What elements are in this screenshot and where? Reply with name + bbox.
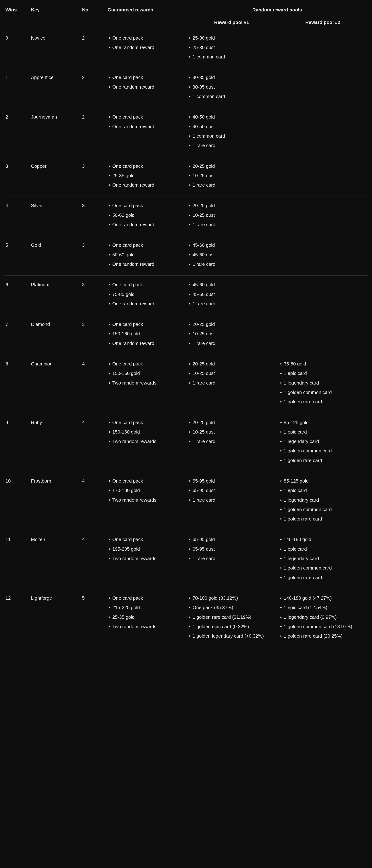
- list-item: Two random rewards: [108, 379, 184, 386]
- table-row: 9Ruby4One card pack150-160 goldTwo rando…: [4, 413, 368, 472]
- cell-pool1: 25-30 gold25-30 dust1 common card: [186, 29, 277, 68]
- cell-wins: 10: [4, 472, 29, 530]
- table-row: 5Gold3One card pack50-60 goldOne random …: [4, 236, 368, 276]
- list-item: 1 epic card: [279, 546, 367, 553]
- cell-wins: 9: [4, 413, 29, 472]
- list-item: Two random rewards: [108, 438, 184, 445]
- cell-guaranteed: One card pack195-205 goldTwo random rewa…: [106, 530, 186, 589]
- cell-pool1: 20-25 gold10-25 dust1 rare card: [186, 157, 277, 196]
- cell-key: Diamond: [29, 315, 80, 355]
- table-row: 3Copper3One card pack25-35 goldOne rando…: [4, 157, 368, 196]
- col-header-key: Key: [29, 4, 80, 29]
- list-item: One random reward: [108, 44, 184, 51]
- cell-pool1: 65-95 gold65-95 dust1 rare card: [186, 530, 277, 589]
- cell-pool1: 45-60 gold45-60 dust1 rare card: [186, 276, 277, 315]
- cell-pool2: 35-50 gold1 epic card1 legendary card1 g…: [277, 355, 368, 413]
- cell-wins: 7: [4, 315, 29, 355]
- list-item: 10-25 dust: [188, 428, 275, 436]
- cell-wins: 11: [4, 530, 29, 589]
- cell-guaranteed: One card packOne random reward: [106, 29, 186, 68]
- list-item: One random reward: [108, 300, 184, 307]
- list-item: 1 rare card: [188, 555, 275, 562]
- list-item: One card pack: [108, 34, 184, 41]
- list-item: 30-35 dust: [188, 83, 275, 91]
- col-header-random: Random reward pools: [186, 4, 368, 16]
- list-item: 20-25 gold: [188, 202, 275, 209]
- list-item: 25-30 dust: [188, 44, 275, 51]
- cell-no: 3: [80, 196, 106, 236]
- list-item: 40-50 gold: [188, 113, 275, 121]
- list-item: 30-35 gold: [188, 74, 275, 81]
- cell-guaranteed: One card packOne random reward: [106, 68, 186, 108]
- col-header-pool2: Reward pool #2: [277, 16, 368, 29]
- list-item: 50-60 gold: [108, 212, 184, 219]
- cell-no: 4: [80, 413, 106, 472]
- table-row: 6Platinum3One card pack75-85 goldOne ran…: [4, 276, 368, 315]
- cell-pool1: 20-25 gold10-25 dust1 rare card: [186, 413, 277, 472]
- list-item: 25-35 gold: [108, 614, 184, 621]
- cell-guaranteed: One card pack150-160 goldTwo random rewa…: [106, 413, 186, 472]
- list-item: One random reward: [108, 340, 184, 347]
- list-item: 45-60 dust: [188, 251, 275, 258]
- list-item: One random reward: [108, 221, 184, 228]
- list-item: 25-30 gold: [188, 34, 275, 41]
- list-item: Two random rewards: [108, 496, 184, 504]
- cell-pool2: 140-180 gold (47.27%)1 epic card (12.54%…: [277, 589, 368, 647]
- list-item: 1 golden legendary card (<0.32%): [188, 632, 275, 640]
- cell-key: Frostborn: [29, 472, 80, 530]
- list-item: 1 legendary card: [279, 438, 367, 445]
- cell-no: 3: [80, 236, 106, 276]
- cell-pool1: 20-25 gold10-25 dust1 rare card: [186, 315, 277, 355]
- cell-pool2: [277, 196, 368, 236]
- list-item: One card pack: [108, 242, 184, 249]
- list-item: One card pack: [108, 281, 184, 288]
- cell-no: 5: [80, 589, 106, 647]
- col-header-pool1: Reward pool #1: [186, 16, 277, 29]
- list-item: 20-25 gold: [188, 419, 275, 426]
- cell-pool1: 30-35 gold30-35 dust1 common card: [186, 68, 277, 108]
- list-item: 150-160 gold: [108, 330, 184, 337]
- reward-tier-table: Wins Key No. Guaranteed rewards Random r…: [4, 4, 368, 647]
- cell-guaranteed: One card pack215-225 gold25-35 goldTwo r…: [106, 589, 186, 647]
- cell-key: Lightforge: [29, 589, 80, 647]
- cell-no: 3: [80, 157, 106, 196]
- table-row: 2Journeyman2One card packOne random rewa…: [4, 108, 368, 157]
- list-item: 20-25 gold: [188, 321, 275, 328]
- list-item: 140-180 gold: [279, 536, 367, 543]
- list-item: 1 epic card (12.54%): [279, 604, 367, 611]
- table-row: 1Apprentice2One card packOne random rewa…: [4, 68, 368, 108]
- list-item: One random reward: [108, 260, 184, 268]
- list-item: 1 golden common card: [279, 564, 367, 571]
- table-row: 11Molten4One card pack195-205 goldTwo ra…: [4, 530, 368, 589]
- list-item: 1 golden rare card (20.25%): [279, 632, 367, 640]
- cell-no: 4: [80, 472, 106, 530]
- list-item: 1 golden rare card: [279, 515, 367, 523]
- table-row: 7Diamond3One card pack150-160 goldOne ra…: [4, 315, 368, 355]
- list-item: 140-180 gold (47.27%): [279, 594, 367, 602]
- list-item: One pack (35.37%): [188, 604, 275, 611]
- list-item: 45-60 gold: [188, 281, 275, 288]
- list-item: One card pack: [108, 321, 184, 328]
- list-item: 50-60 gold: [108, 251, 184, 258]
- cell-key: Silver: [29, 196, 80, 236]
- list-item: Two random rewards: [108, 623, 184, 630]
- list-item: 45-60 dust: [188, 291, 275, 298]
- cell-pool1: 70-100 gold (33.12%)One pack (35.37%)1 g…: [186, 589, 277, 647]
- cell-guaranteed: One card pack50-60 goldOne random reward: [106, 196, 186, 236]
- list-item: One random reward: [108, 83, 184, 91]
- cell-key: Champion: [29, 355, 80, 413]
- list-item: 1 legendary card: [279, 555, 367, 562]
- cell-guaranteed: One card pack25-35 goldOne random reward: [106, 157, 186, 196]
- cell-guaranteed: One card pack170-180 goldTwo random rewa…: [106, 472, 186, 530]
- list-item: 1 common card: [188, 53, 275, 60]
- cell-wins: 1: [4, 68, 29, 108]
- cell-wins: 8: [4, 355, 29, 413]
- list-item: 1 golden common card: [279, 506, 367, 513]
- table-row: 8Champion4One card pack150-160 goldTwo r…: [4, 355, 368, 413]
- cell-pool2: [277, 29, 368, 68]
- table-row: 0Novice2One card packOne random reward25…: [4, 29, 368, 68]
- cell-pool1: 40-50 gold40-50 dust1 common card1 rare …: [186, 108, 277, 157]
- cell-no: 2: [80, 108, 106, 157]
- list-item: 1 golden common card: [279, 447, 367, 455]
- list-item: 195-205 gold: [108, 546, 184, 553]
